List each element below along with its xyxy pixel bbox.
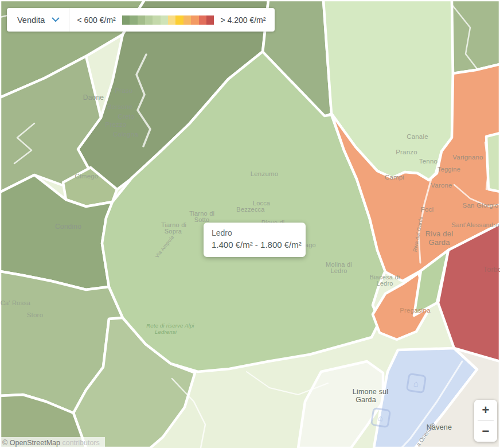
legend-color-cell <box>183 15 191 25</box>
map-attribution: © OpenStreetMap contributors <box>0 437 105 448</box>
legend-color-cell <box>206 15 214 25</box>
legend-min-label: < 600 €/m² <box>77 15 115 25</box>
chevron-down-icon <box>52 17 60 22</box>
tooltip-region-name: Ledro <box>212 227 306 239</box>
legend-color-cell <box>145 15 153 25</box>
price-legend: < 600 €/m² > 4.200 €/m² <box>69 15 275 25</box>
legend-color-cell <box>191 15 198 25</box>
zoom-in-button[interactable]: + <box>474 400 497 420</box>
legend-color-cell <box>168 15 175 25</box>
listing-type-dropdown[interactable]: Vendita <box>7 8 69 32</box>
osm-link[interactable]: OpenStreetMap <box>10 439 60 447</box>
attribution-suffix: contributors <box>62 439 99 447</box>
legend-color-cell <box>138 15 145 25</box>
listing-type-label: Vendita <box>17 15 45 25</box>
legend-color-cell <box>122 15 130 25</box>
legend-color-cell <box>175 15 183 25</box>
map-app: ⌂⌂ DaonePrasoBersoneCretoPrezzoColognaCi… <box>0 0 500 448</box>
legend-color-cell <box>130 15 137 25</box>
legend-color-cell <box>161 15 168 25</box>
map-region-northeast-corner[interactable] <box>452 0 500 73</box>
tooltip-price-range: 1.400 €/m² - 1.800 €/m² <box>212 239 306 251</box>
map-toolbar: Vendita < 600 €/m² > 4.200 €/m² <box>7 8 275 32</box>
copyright-symbol: © <box>2 439 7 447</box>
zoom-out-button[interactable]: − <box>474 421 497 442</box>
legend-color-scale <box>122 15 214 25</box>
legend-color-cell <box>199 15 206 25</box>
region-tooltip: Ledro 1.400 €/m² - 1.800 €/m² <box>204 223 306 257</box>
legend-color-cell <box>153 15 160 25</box>
legend-max-label: > 4.200 €/m² <box>220 15 265 25</box>
zoom-control: + − <box>474 400 497 442</box>
